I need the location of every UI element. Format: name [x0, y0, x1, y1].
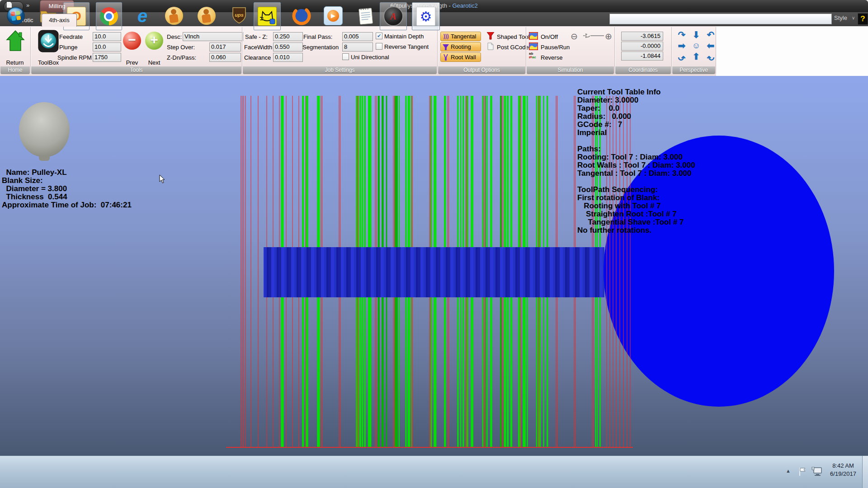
- tool-table-info-text: Current Tool Table InfoDiameter: 3.0000T…: [577, 88, 695, 235]
- mouse-cursor: [159, 174, 165, 184]
- action-center-flag-icon[interactable]: [797, 466, 807, 477]
- facewidth-label: FaceWidth: [244, 44, 272, 51]
- taskbar-notepad-icon[interactable]: [354, 2, 378, 29]
- home-icon[interactable]: [6, 30, 25, 52]
- stepover-field[interactable]: 0.017: [209, 42, 241, 52]
- network-icon[interactable]: [811, 467, 823, 477]
- rotate-cw-top-icon[interactable]: ↷: [675, 30, 688, 41]
- feedrate-field[interactable]: 10.0: [93, 32, 121, 41]
- taskbar-quickbooks-icon[interactable]: [162, 2, 186, 29]
- finalpass-field[interactable]: 0.005: [342, 32, 373, 41]
- desc-field[interactable]: VInch: [183, 32, 243, 41]
- taskbar-gearotic-icon[interactable]: ⚙: [412, 2, 440, 30]
- clearance-field[interactable]: 0.010: [273, 53, 303, 62]
- root-wall-label: Root Wall: [451, 54, 476, 61]
- shaped-tool-button[interactable]: Shaped Tool: [497, 33, 529, 40]
- group-label-simulation: Simulation: [527, 66, 614, 74]
- text-line: Blank Size:: [2, 177, 132, 185]
- taskbar-chrome-icon[interactable]: [96, 2, 122, 30]
- maintain-depth-checkbox[interactable]: ✔: [376, 33, 382, 39]
- taskbar-ups-icon[interactable]: ups: [227, 2, 251, 29]
- text-line: Current Tool Table Info: [577, 88, 695, 96]
- spindle-rpm-field[interactable]: 1750: [93, 53, 121, 62]
- clearance-label: Clearance: [244, 54, 271, 61]
- toolbox-icon[interactable]: [38, 30, 59, 52]
- root-wall-toggle[interactable]: Root Wall: [440, 52, 481, 62]
- pause-run-icon[interactable]: [529, 42, 538, 50]
- style-combobox[interactable]: [609, 14, 832, 24]
- start-button[interactable]: [4, 2, 28, 29]
- taskbar-quickbooks2-icon[interactable]: [194, 2, 219, 29]
- help-button[interactable]: ?: [858, 13, 868, 25]
- pan-up-icon[interactable]: ⬆: [690, 52, 703, 62]
- segmentation-field[interactable]: 8: [342, 42, 373, 52]
- return-button[interactable]: Return: [0, 59, 30, 66]
- taskbar-media-player-icon[interactable]: ▶: [321, 2, 345, 29]
- coordinate-x: -3.0615: [621, 32, 663, 41]
- sim-speed-plus-icon[interactable]: ⊕: [605, 31, 612, 42]
- uni-directional-checkbox[interactable]: [342, 53, 349, 60]
- plunge-field[interactable]: 10.0: [93, 42, 121, 52]
- pan-right-icon[interactable]: ➡: [675, 41, 688, 52]
- pause-run-button[interactable]: Pause/Run: [541, 44, 570, 51]
- tab-4th-axis[interactable]: 4th-axis: [42, 14, 77, 27]
- reverse-icon[interactable]: ab ⇄ac: [529, 52, 538, 60]
- stepover-label: Step Over:: [167, 44, 195, 51]
- text-line: ToolPath Sequencing:: [577, 186, 695, 194]
- taskbar-cat-app-icon[interactable]: [254, 2, 281, 30]
- clock-date: 6/19/2017: [826, 470, 861, 478]
- post-gcode-button[interactable]: Post GCode: [497, 44, 529, 51]
- shaped-tool-icon[interactable]: [487, 32, 495, 40]
- next-button[interactable]: Next: [145, 59, 163, 66]
- viewport-canvas[interactable]: Name: Pulley-XLBlank Size: Diameter = 3.…: [0, 76, 868, 455]
- zdn-pass-field[interactable]: 0.060: [209, 53, 241, 62]
- reverse-button[interactable]: Reverse: [541, 54, 562, 61]
- sim-speed-slider[interactable]: [582, 32, 605, 39]
- tangental-label: Tangental: [451, 33, 476, 40]
- pan-down-icon[interactable]: ⬇: [690, 30, 703, 41]
- facewidth-field[interactable]: 0.550: [273, 42, 303, 52]
- uni-directional-label: Uni Directional: [351, 54, 389, 61]
- style-label[interactable]: Style: [834, 14, 847, 21]
- tray-show-hidden-icons[interactable]: ▲: [786, 468, 791, 474]
- tangental-toggle[interactable]: Tangental: [440, 32, 481, 41]
- rooting-toggle[interactable]: Rooting: [440, 42, 481, 52]
- sim-speed-minus-icon[interactable]: ⊖: [571, 31, 578, 42]
- onoff-icon[interactable]: [529, 32, 538, 40]
- rotate-ccw-bottom-icon[interactable]: ↶: [704, 52, 717, 62]
- text-line: Name: Pulley-XL: [2, 169, 132, 177]
- window-title-app: Gearotic2: [452, 2, 477, 9]
- group-label-output-options: Output Options: [438, 66, 525, 74]
- safez-field[interactable]: 0.250: [273, 32, 303, 41]
- root-wall-icon: [443, 54, 449, 61]
- group-label-perspective: Perspective: [672, 66, 715, 74]
- group-label-job-settings: Job Settings: [243, 66, 437, 74]
- text-line: Thickness 0.544: [2, 193, 132, 201]
- text-line: First rotation of Blank:: [577, 194, 695, 202]
- job-info-text: Name: Pulley-XLBlank Size: Diameter = 3.…: [2, 169, 132, 209]
- taskbar: [0, 455, 868, 488]
- taskbar-dark-logo-icon[interactable]: A: [380, 2, 407, 30]
- reset-view-icon[interactable]: ☺: [690, 41, 703, 52]
- text-line: Taper: 0.0: [577, 104, 695, 113]
- prev-button-icon[interactable]: −: [123, 32, 141, 50]
- taskbar-clock[interactable]: 8:42 AM 6/19/2017: [826, 462, 861, 478]
- tool-ball-model: [19, 102, 70, 157]
- reverse-tangent-checkbox[interactable]: [376, 43, 382, 50]
- prev-button[interactable]: Prev: [123, 59, 141, 66]
- pan-left-icon[interactable]: ⬅: [704, 41, 717, 52]
- text-line: Rooting: Tool 7 : Diam: 3.000: [577, 153, 695, 161]
- post-gcode-icon[interactable]: [487, 42, 494, 50]
- taskbar-internet-explorer-icon[interactable]: e: [130, 2, 155, 29]
- rotate-cw-bottom-icon[interactable]: ↷: [675, 52, 688, 62]
- text-line: Approximate Time of Job: 07:46:21: [2, 201, 132, 209]
- show-desktop-button[interactable]: [862, 456, 868, 488]
- group-label-home: Home: [0, 66, 30, 74]
- rotate-ccw-top-icon[interactable]: ↶: [704, 30, 717, 41]
- ribbon-empty-area: [716, 26, 868, 76]
- next-button-icon[interactable]: +: [145, 32, 163, 50]
- onoff-button[interactable]: On/Off: [541, 33, 558, 40]
- style-caret-icon[interactable]: ∨: [852, 15, 855, 20]
- taskbar-firefox-icon[interactable]: [289, 2, 314, 29]
- text-line: Imperial: [577, 129, 695, 137]
